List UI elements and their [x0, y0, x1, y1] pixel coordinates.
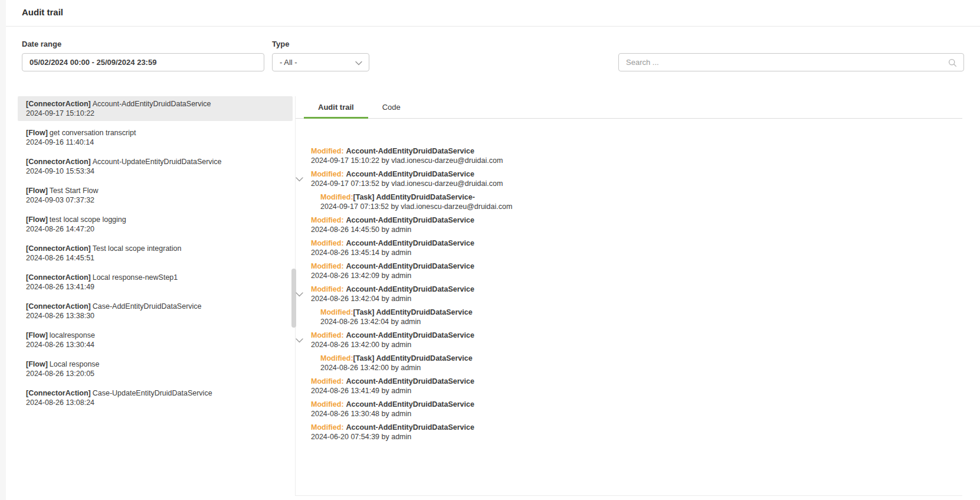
entry-text: Modified:Account-AddEntityDruidDataServi… — [311, 423, 474, 442]
audit-list-item[interactable]: [ConnectorAction]Test local scope integr… — [18, 241, 293, 266]
list-item-name: Account-AddEntityDruidDataService — [93, 100, 211, 108]
entry-expand-cell — [296, 377, 311, 396]
list-item-name: Case-AddEntityDruidDataService — [93, 302, 202, 311]
entry-line1: Modified:[Task] AddEntityDruidDataServic… — [320, 354, 473, 364]
audit-list-item[interactable]: [ConnectorAction]Account-AddEntityDruidD… — [18, 96, 293, 121]
list-item-type: [ConnectorAction] — [26, 158, 91, 166]
entry-name: [Task] AddEntityDruidDataService — [353, 308, 473, 316]
audit-entry: Modified:Account-AddEntityDruidDataServi… — [296, 170, 962, 188]
list-item-title: [ConnectorAction]Test local scope integr… — [26, 244, 284, 253]
list-item-type: [ConnectorAction] — [26, 244, 91, 253]
entry-name: Account-AddEntityDruidDataService — [346, 331, 474, 339]
entry-text: Modified:Account-AddEntityDruidDataServi… — [311, 147, 503, 165]
list-item-name: get conversation transcript — [50, 129, 136, 137]
list-item-title: [Flow]Local response — [26, 360, 284, 369]
entry-line1: Modified:Account-AddEntityDruidDataServi… — [311, 262, 474, 272]
entry-line1: Modified:Account-AddEntityDruidDataServi… — [311, 331, 474, 341]
chevron-down-icon[interactable] — [296, 338, 303, 343]
entry-text: Modified:Account-AddEntityDruidDataServi… — [311, 285, 474, 303]
entry-name: Account-AddEntityDruidDataService — [346, 400, 474, 409]
entry-action-label: Modified: — [320, 308, 353, 316]
list-item-type: [ConnectorAction] — [26, 389, 91, 397]
detail-panel: Audit trail Code Modified:Account-AddEnt… — [296, 96, 962, 446]
audit-entry: Modified:[Task] AddEntityDruidDataServic… — [305, 308, 962, 326]
tab-code[interactable]: Code — [368, 96, 415, 118]
entry-name: [Task] AddEntityDruidDataService- — [353, 193, 475, 201]
audit-list-item[interactable]: [Flow]get conversation transcript 2024-0… — [18, 125, 293, 150]
list-item-name: Local response-newStep1 — [93, 273, 178, 282]
entry-meta: 2024-08-26 13:42:00 by admin — [320, 364, 473, 373]
entry-line1: Modified:Account-AddEntityDruidDataServi… — [311, 170, 503, 179]
entry-text: Modified:Account-AddEntityDruidDataServi… — [311, 377, 474, 396]
chevron-down-icon[interactable] — [296, 177, 303, 182]
entry-text: Modified:Account-AddEntityDruidDataServi… — [311, 400, 474, 419]
type-select[interactable]: - All - — [272, 53, 369, 71]
list-item-type: [ConnectorAction] — [26, 302, 91, 311]
audit-list-item[interactable]: [ConnectorAction]Case-UpdateEntityDruidD… — [18, 385, 293, 410]
date-range-label: Date range — [22, 40, 61, 48]
entry-meta: 2024-06-20 07:54:39 by admin — [311, 433, 474, 442]
tab-audit-trail[interactable]: Audit trail — [304, 96, 368, 118]
entry-name: [Task] AddEntityDruidDataService — [353, 354, 473, 362]
list-item-type: [Flow] — [26, 331, 48, 339]
list-item-title: [Flow]Test Start Flow — [26, 186, 284, 195]
audit-list-item[interactable]: [ConnectorAction]Account-UpdateEntityDru… — [18, 154, 293, 179]
list-item-type: [ConnectorAction] — [26, 273, 91, 282]
entry-action-label: Modified: — [320, 354, 353, 362]
panel-bottom-border — [295, 495, 962, 496]
chevron-down-icon[interactable] — [296, 292, 303, 297]
page-header: Audit trail — [6, 0, 980, 27]
entry-action-label: Modified: — [311, 377, 344, 385]
entry-name: Account-AddEntityDruidDataService — [346, 262, 474, 270]
audit-entry: Modified:Account-AddEntityDruidDataServi… — [296, 331, 962, 349]
entry-name: Account-AddEntityDruidDataService — [346, 147, 474, 155]
entry-meta: 2024-08-26 13:41:49 by admin — [311, 387, 474, 396]
list-item-title: [Flow]test local scope logging — [26, 215, 284, 224]
entry-line1: Modified:[Task] AddEntityDruidDataServic… — [320, 308, 473, 318]
audit-list-item[interactable]: [ConnectorAction]Local response-newStep1… — [18, 270, 293, 295]
entry-action-label: Modified: — [311, 285, 344, 293]
entry-line1: Modified:Account-AddEntityDruidDataServi… — [311, 216, 474, 226]
entry-expand-cell — [305, 354, 320, 372]
list-item-title: [Flow]get conversation transcript — [26, 128, 284, 138]
search-icon[interactable] — [948, 58, 958, 68]
entry-text: Modified:[Task] AddEntityDruidDataServic… — [320, 354, 473, 372]
entry-meta: 2024-08-26 14:45:50 by admin — [311, 226, 474, 235]
audit-list-item[interactable]: [ConnectorAction]Case-AddEntityDruidData… — [18, 299, 293, 323]
entry-expand-cell — [305, 308, 320, 326]
entry-expand-cell — [296, 400, 311, 419]
entry-name: Account-AddEntityDruidDataService — [346, 239, 474, 247]
audit-list-item[interactable]: [Flow]test local scope logging 2024-08-2… — [18, 212, 293, 237]
entry-meta: 2024-08-26 13:42:00 by admin — [311, 341, 474, 350]
audit-list-item[interactable]: [Flow]Local response 2024-08-26 13:20:05 — [18, 357, 293, 381]
list-item-timestamp: 2024-08-26 14:45:51 — [26, 253, 284, 263]
entry-name: Account-AddEntityDruidDataService — [346, 285, 474, 293]
page-title: Audit trail — [22, 7, 63, 17]
entry-expand-cell — [296, 423, 311, 442]
list-item-name: test local scope logging — [50, 215, 126, 224]
list-item-name: Case-UpdateEntityDruidDataService — [93, 389, 212, 397]
list-item-timestamp: 2024-08-26 13:30:44 — [26, 340, 284, 349]
entry-meta: 2024-08-26 13:30:48 by admin — [311, 410, 474, 419]
list-item-timestamp: 2024-08-26 13:20:05 — [26, 369, 284, 378]
list-item-name: Test Start Flow — [50, 187, 99, 195]
list-item-title: [Flow]localresponse — [26, 331, 284, 340]
entry-line1: Modified:Account-AddEntityDruidDataServi… — [311, 147, 503, 156]
list-item-name: Test local scope integration — [93, 244, 182, 253]
list-item-timestamp: 2024-09-10 15:53:34 — [26, 166, 284, 176]
entry-line1: Modified:Account-AddEntityDruidDataServi… — [311, 239, 474, 249]
entry-action-label: Modified: — [311, 423, 344, 432]
audit-entry: Modified:Account-AddEntityDruidDataServi… — [296, 147, 962, 165]
audit-list-item[interactable]: [Flow]localresponse 2024-08-26 13:30:44 — [18, 328, 293, 352]
date-range-input[interactable] — [22, 53, 264, 71]
list-item-type: [Flow] — [26, 215, 48, 224]
entry-expand-cell — [296, 262, 311, 280]
audit-entry: Modified:Account-AddEntityDruidDataServi… — [296, 423, 962, 442]
audit-list-item[interactable]: [Flow]Test Start Flow 2024-09-03 07:37:3… — [18, 183, 293, 208]
entry-text: Modified:[Task] AddEntityDruidDataServic… — [320, 308, 473, 326]
chevron-down-icon — [355, 61, 362, 66]
entry-name: Account-AddEntityDruidDataService — [346, 216, 474, 224]
entry-line1: Modified:Account-AddEntityDruidDataServi… — [311, 377, 474, 387]
entry-action-label: Modified: — [311, 239, 344, 247]
search-input[interactable] — [619, 54, 963, 71]
